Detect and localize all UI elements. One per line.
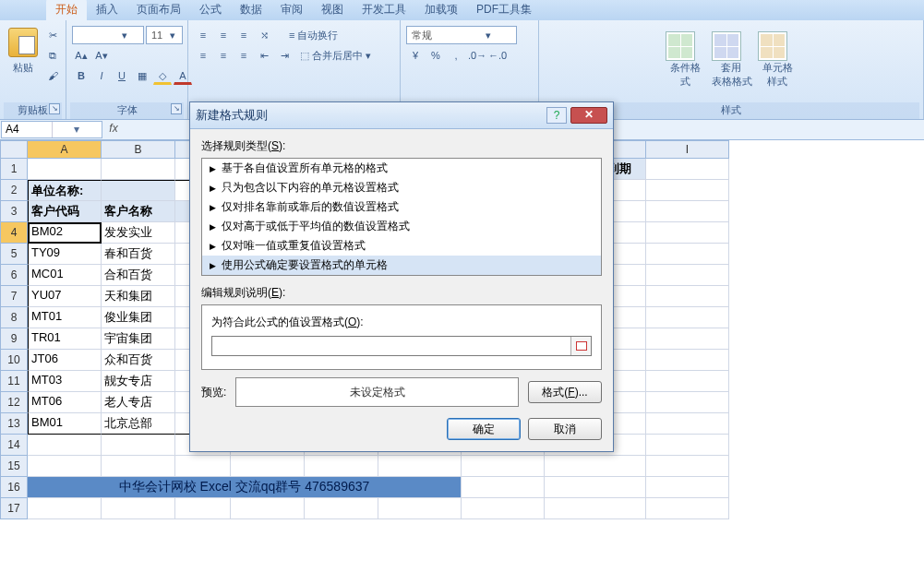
- cell-B5[interactable]: 春和百货: [102, 244, 175, 265]
- align-bottom-button[interactable]: ≡: [234, 26, 253, 44]
- bold-button[interactable]: B: [72, 66, 90, 85]
- name-box[interactable]: A4 ▾: [1, 121, 102, 138]
- cell-A12[interactable]: MT06: [28, 392, 102, 413]
- ribbon-tab-4[interactable]: 数据: [231, 0, 271, 20]
- row-header-8[interactable]: 8: [0, 307, 28, 328]
- row-header-17[interactable]: 17: [0, 498, 28, 519]
- dialog-close-button[interactable]: ✕: [570, 107, 607, 124]
- ribbon-tab-3[interactable]: 公式: [190, 0, 231, 20]
- cell-E17[interactable]: [305, 498, 378, 519]
- cell-I1[interactable]: [646, 159, 729, 180]
- cell-I9[interactable]: [646, 328, 729, 350]
- fill-color-button[interactable]: ◇: [153, 66, 172, 85]
- cell-B3[interactable]: 客户名称: [102, 201, 175, 222]
- row-header-6[interactable]: 6: [0, 265, 28, 286]
- row-header-15[interactable]: 15: [0, 456, 28, 477]
- row-header-2[interactable]: 2: [0, 180, 28, 201]
- cell-styles-button[interactable]: 单元格 样式: [758, 26, 797, 89]
- font-family-combo[interactable]: ▾: [72, 26, 144, 44]
- cell-B13[interactable]: 北京总部: [102, 413, 175, 435]
- cell-B7[interactable]: 天和集团: [102, 286, 175, 307]
- footer-cell[interactable]: 中华会计网校 Excel 交流qq群号 476589637: [28, 477, 462, 498]
- ribbon-tab-7[interactable]: 开发工具: [353, 0, 415, 20]
- cell-I12[interactable]: [646, 392, 729, 413]
- ok-button[interactable]: 确定: [447, 418, 521, 440]
- cell-B4[interactable]: 发发实业: [102, 222, 175, 244]
- cell-C15[interactable]: [175, 456, 231, 477]
- ribbon-tab-5[interactable]: 审阅: [271, 0, 312, 20]
- format-button[interactable]: 格式(F)...: [528, 381, 602, 403]
- cell-A11[interactable]: MT03: [28, 371, 102, 392]
- align-left-button[interactable]: ≡: [194, 46, 212, 65]
- row-header-9[interactable]: 9: [0, 328, 28, 350]
- align-center-button[interactable]: ≡: [214, 46, 233, 65]
- cell-A17[interactable]: [28, 498, 102, 519]
- row-header-14[interactable]: 14: [0, 435, 28, 456]
- cell-A13[interactable]: BM01: [28, 413, 102, 435]
- cell-A10[interactable]: JT06: [28, 350, 102, 371]
- col-header-B[interactable]: B: [102, 140, 175, 159]
- cell-A1[interactable]: [28, 159, 102, 180]
- cell-I4[interactable]: [646, 222, 729, 244]
- cell-H15[interactable]: [545, 456, 646, 477]
- cell-A2[interactable]: 单位名称:: [28, 180, 102, 201]
- percent-button[interactable]: %: [426, 46, 445, 65]
- currency-button[interactable]: ¥: [406, 46, 425, 65]
- cell-I13[interactable]: [646, 413, 729, 435]
- clipboard-launcher[interactable]: ↘: [49, 103, 60, 114]
- rule-type-item-1[interactable]: 只为包含以下内容的单元格设置格式: [202, 178, 601, 197]
- ribbon-tab-2[interactable]: 页面布局: [127, 0, 190, 20]
- col-header-I[interactable]: I: [646, 140, 729, 159]
- inc-decimal-button[interactable]: .0→: [467, 46, 486, 65]
- cell-A14[interactable]: [28, 435, 102, 456]
- name-box-dropdown[interactable]: ▾: [52, 122, 102, 137]
- underline-button[interactable]: U: [113, 66, 131, 85]
- border-button[interactable]: ▦: [133, 66, 151, 85]
- cell-H17[interactable]: [545, 498, 646, 519]
- rule-type-list[interactable]: 基于各自值设置所有单元格的格式只为包含以下内容的单元格设置格式仅对排名靠前或靠后…: [201, 158, 602, 276]
- cell-I6[interactable]: [646, 265, 729, 286]
- cell-D17[interactable]: [231, 498, 305, 519]
- row-header-16[interactable]: 16: [0, 477, 28, 498]
- align-middle-button[interactable]: ≡: [214, 26, 233, 44]
- comma-button[interactable]: ,: [447, 46, 465, 65]
- cell-D15[interactable]: [231, 456, 305, 477]
- row-header-3[interactable]: 3: [0, 201, 28, 222]
- format-as-table-button[interactable]: 套用 表格格式: [712, 26, 750, 89]
- merge-center-button[interactable]: ⬚ 合并后居中 ▾: [295, 46, 376, 65]
- cell-B15[interactable]: [102, 456, 175, 477]
- row-header-11[interactable]: 11: [0, 371, 28, 392]
- cell-I3[interactable]: [646, 201, 729, 222]
- range-selector-button[interactable]: [570, 337, 591, 355]
- cell-G17[interactable]: [462, 498, 545, 519]
- cut-button[interactable]: ✂: [43, 26, 62, 44]
- row-header-4[interactable]: 4: [0, 222, 28, 244]
- cell-A6[interactable]: MC01: [28, 265, 102, 286]
- col-header-A[interactable]: A: [28, 140, 102, 159]
- ribbon-tab-0[interactable]: 开始: [46, 0, 87, 20]
- cell-E15[interactable]: [305, 456, 378, 477]
- cell-A8[interactable]: MT01: [28, 307, 102, 328]
- copy-button[interactable]: ⧉: [43, 46, 62, 65]
- rule-type-item-2[interactable]: 仅对排名靠前或靠后的数值设置格式: [202, 197, 601, 217]
- cell-A15[interactable]: [28, 456, 102, 477]
- row-header-13[interactable]: 13: [0, 413, 28, 435]
- row-header-5[interactable]: 5: [0, 244, 28, 265]
- cell-I14[interactable]: [646, 435, 729, 456]
- rule-type-item-5[interactable]: 使用公式确定要设置格式的单元格: [202, 256, 601, 275]
- row-header-1[interactable]: 1: [0, 159, 28, 180]
- cell-I10[interactable]: [646, 350, 729, 371]
- cell-F17[interactable]: [378, 498, 462, 519]
- cell-B6[interactable]: 合和百货: [102, 265, 175, 286]
- cell-A7[interactable]: YU07: [28, 286, 102, 307]
- ribbon-tab-8[interactable]: 加载项: [415, 0, 467, 20]
- dialog-help-button[interactable]: ?: [546, 107, 567, 124]
- conditional-format-button[interactable]: 条件格式: [666, 26, 704, 89]
- cell-I2[interactable]: [646, 180, 729, 201]
- cell-B14[interactable]: [102, 435, 175, 456]
- fx-button[interactable]: fx: [103, 120, 124, 139]
- row-header-12[interactable]: 12: [0, 392, 28, 413]
- cell-C17[interactable]: [175, 498, 231, 519]
- font-size-combo[interactable]: 11▾: [146, 26, 183, 44]
- cell-B10[interactable]: 众和百货: [102, 350, 175, 371]
